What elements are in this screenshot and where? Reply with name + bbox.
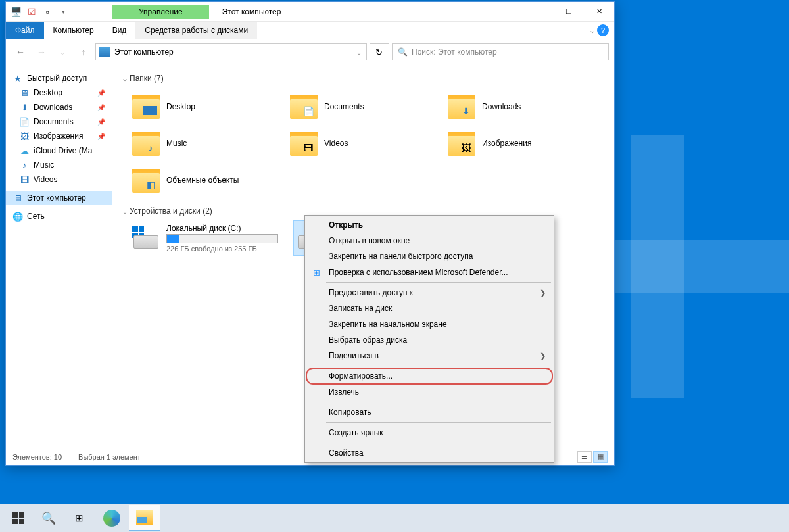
address-dropdown-icon[interactable]: ⌵ xyxy=(354,49,364,56)
ctx-copy[interactable]: Копировать xyxy=(306,404,552,420)
ctx-burn-disc[interactable]: Записать на диск xyxy=(306,301,552,316)
folder-3d-objects[interactable]: ◧Объемные объекты xyxy=(130,162,287,199)
search-icon: 🔍 xyxy=(398,47,408,57)
taskbar-search-button[interactable]: 🔍 xyxy=(36,505,62,531)
ctx-select-image[interactable]: Выбрать образ диска xyxy=(306,332,552,348)
ribbon-expand-icon[interactable]: ⌵ xyxy=(590,27,594,34)
document-icon: 📄 xyxy=(19,116,30,127)
address-bar: ← → ⌵ ↑ Этот компьютер ⌵ ↻ 🔍 Поиск: Этот… xyxy=(6,39,614,64)
submenu-arrow-icon: ❯ xyxy=(540,352,546,360)
sidebar-item-videos[interactable]: 🎞Videos xyxy=(6,172,112,187)
edge-icon xyxy=(103,510,120,527)
pin-icon: 📌 xyxy=(97,89,108,97)
video-icon: 🎞 xyxy=(19,174,30,185)
computer-icon: 🖥 xyxy=(12,193,23,203)
refresh-button[interactable]: ↻ xyxy=(370,43,389,60)
drive-icon xyxy=(132,224,160,250)
view-large-icons-button[interactable]: ▦ xyxy=(593,451,608,463)
start-button[interactable] xyxy=(3,505,34,531)
sidebar-this-pc[interactable]: 🖥Этот компьютер xyxy=(6,191,112,205)
address-box[interactable]: Этот компьютер ⌵ xyxy=(95,43,367,60)
status-item-count: Элементов: 10 xyxy=(12,453,62,461)
nav-forward-button[interactable]: → xyxy=(32,43,51,61)
sidebar-item-downloads[interactable]: ⬇Downloads📌 xyxy=(6,100,112,114)
ctx-open-new-window[interactable]: Открыть в новом окне xyxy=(306,233,552,249)
star-icon: ★ xyxy=(12,73,23,84)
drives-group-header[interactable]: ⌵ Устройства и диски (2) xyxy=(123,206,604,216)
ctx-pin-start[interactable]: Закрепить на начальном экране xyxy=(306,316,552,332)
close-button[interactable]: ✕ xyxy=(584,2,614,22)
ctx-pin-quick-access[interactable]: Закрепить на панели быстрого доступа xyxy=(306,249,552,264)
drive-usage-bar xyxy=(166,234,278,243)
ctx-share[interactable]: Поделиться в❯ xyxy=(306,348,552,364)
window-title: Этот компьютер xyxy=(222,7,523,16)
pin-icon: 📌 xyxy=(97,133,108,140)
sidebar-item-documents[interactable]: 📄Documents📌 xyxy=(6,114,112,129)
desktop-icon: 🖥 xyxy=(19,87,30,98)
help-icon[interactable]: ? xyxy=(597,24,609,36)
folder-pictures[interactable]: 🖼Изображения xyxy=(445,125,603,162)
address-path: Этот компьютер xyxy=(114,47,350,57)
ribbon-tab-computer[interactable]: Компьютер xyxy=(44,22,103,39)
view-details-button[interactable]: ☰ xyxy=(577,451,592,463)
context-menu: Открыть Открыть в новом окне Закрепить н… xyxy=(304,215,554,463)
qat-dropdown-icon[interactable]: ▾ xyxy=(56,5,70,19)
ribbon-tab-view[interactable]: Вид xyxy=(103,22,136,39)
picture-overlay-icon: 🖼 xyxy=(460,141,473,155)
manage-contextual-tab[interactable]: Управление xyxy=(112,5,209,19)
folder-desktop[interactable]: Desktop xyxy=(130,88,287,125)
cloud-icon: ☁ xyxy=(19,145,30,156)
folder-music[interactable]: ♪Music xyxy=(130,125,287,162)
music-overlay-icon: ♪ xyxy=(144,141,157,155)
nav-up-button[interactable]: ↑ xyxy=(74,43,93,61)
maximize-button[interactable]: ☐ xyxy=(554,2,584,22)
sidebar-network[interactable]: 🌐Сеть xyxy=(6,209,112,224)
ctx-properties[interactable]: Свойства xyxy=(306,445,552,461)
folder-documents[interactable]: 📄Documents xyxy=(287,88,445,125)
qat-computer-icon[interactable]: 🖥️ xyxy=(9,5,23,19)
qat-properties-icon[interactable]: ☑ xyxy=(24,5,39,19)
download-icon: ⬇ xyxy=(19,102,30,112)
nav-recent-dropdown[interactable]: ⌵ xyxy=(53,43,72,61)
ctx-eject[interactable]: Извлечь xyxy=(306,384,552,400)
drive-free-text: 226 ГБ свободно из 255 ГБ xyxy=(166,245,278,253)
ribbon-tab-drive-tools[interactable]: Средства работы с дисками xyxy=(135,22,257,39)
ctx-open[interactable]: Открыть xyxy=(306,217,552,233)
taskbar-taskview-button[interactable]: ⊞ xyxy=(63,505,95,531)
ribbon-tab-file[interactable]: Файл xyxy=(6,22,44,39)
ctx-defender-scan[interactable]: ⊞Проверка с использованием Microsoft Def… xyxy=(306,264,552,280)
download-overlay-icon: ⬇ xyxy=(460,105,473,118)
taskbar-explorer-button[interactable] xyxy=(129,505,160,531)
ctx-give-access[interactable]: Предоставить доступ к❯ xyxy=(306,285,552,301)
sidebar-quick-access[interactable]: ★ Быстрый доступ xyxy=(6,71,112,85)
network-icon: 🌐 xyxy=(12,211,23,222)
music-icon: ♪ xyxy=(19,160,30,170)
picture-icon: 🖼 xyxy=(19,131,30,141)
sidebar-item-pictures[interactable]: 🖼Изображения📌 xyxy=(6,129,112,143)
folders-group-header[interactable]: ⌵ Папки (7) xyxy=(123,74,604,83)
ribbon: Файл Компьютер Вид Средства работы с дис… xyxy=(6,22,614,39)
ctx-create-shortcut[interactable]: Создать ярлык xyxy=(306,425,552,441)
sidebar-item-icloud[interactable]: ☁iCloud Drive (Ma xyxy=(6,143,112,158)
qat-new-icon[interactable]: ▫ xyxy=(40,5,55,19)
sidebar-item-desktop[interactable]: 🖥Desktop📌 xyxy=(6,85,112,100)
minimize-button[interactable]: ─ xyxy=(523,2,554,22)
chevron-down-icon: ⌵ xyxy=(123,75,127,82)
sidebar-item-music[interactable]: ♪Music xyxy=(6,158,112,172)
folder-videos[interactable]: 🎞Videos xyxy=(287,125,445,162)
nav-back-button[interactable]: ← xyxy=(11,43,30,61)
navigation-pane: ★ Быстрый доступ 🖥Desktop📌 ⬇Downloads📌 📄… xyxy=(6,64,112,448)
explorer-icon xyxy=(136,510,153,525)
drive-local-c[interactable]: Локальный диск (C:) 226 ГБ свободно из 2… xyxy=(130,221,281,255)
computer-icon xyxy=(99,47,110,57)
search-box[interactable]: 🔍 Поиск: Этот компьютер xyxy=(392,43,609,60)
cube-overlay-icon: ◧ xyxy=(144,178,157,191)
folder-downloads[interactable]: ⬇Downloads xyxy=(445,88,603,125)
video-overlay-icon: 🎞 xyxy=(302,141,315,155)
desktop-overlay-icon xyxy=(143,106,157,115)
document-overlay-icon: 📄 xyxy=(302,105,315,118)
taskbar-edge-button[interactable] xyxy=(96,505,128,531)
chevron-down-icon: ⌵ xyxy=(123,208,127,215)
submenu-arrow-icon: ❯ xyxy=(540,289,546,297)
ctx-format[interactable]: Форматировать... xyxy=(306,368,552,384)
